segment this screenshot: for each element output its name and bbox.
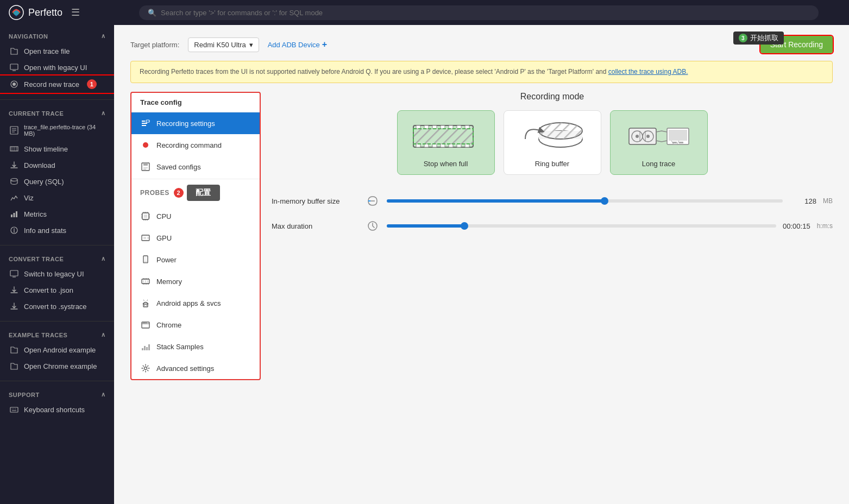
saved-configs-icon (140, 161, 151, 172)
convert-trace-collapse-icon[interactable]: ∧ (101, 255, 106, 262)
config-item-android-apps[interactable]: Android apps & svcs (131, 292, 260, 314)
sidebar-item-trace-file[interactable]: trace_file.perfetto-trace (34 MB) (0, 120, 114, 141)
config-item-advanced-settings[interactable]: Advanced settings (131, 357, 260, 379)
add-adb-button[interactable]: Add ADB Device + (268, 40, 327, 49)
mode-card-stop-when-full[interactable]: Stop when full (397, 110, 495, 175)
nav-section: Navigation ∧ Open trace file Open with l… (0, 25, 114, 97)
warning-link[interactable]: collect the trace using ADB. (608, 68, 688, 75)
main-layout: Navigation ∧ Open trace file Open with l… (0, 25, 849, 504)
perfetto-logo-icon (9, 5, 24, 20)
config-item-recording-settings[interactable]: Recording settings (131, 112, 260, 134)
sidebar-item-keyboard-shortcuts[interactable]: Keyboard shortcuts (0, 401, 114, 418)
svg-rect-71 (669, 130, 687, 141)
example-traces-collapse-icon[interactable]: ∧ (101, 331, 106, 338)
svg-rect-15 (142, 125, 146, 126)
divider-2 (0, 245, 114, 245)
mode-card-ring-buffer[interactable]: Ring buffer (504, 110, 601, 175)
sidebar-item-chrome-example[interactable]: Open Chrome example (0, 358, 114, 374)
config-item-chrome[interactable]: Chrome (131, 314, 260, 336)
divider-1 (0, 99, 114, 100)
ring-buffer-visual (511, 117, 594, 155)
menu-icon[interactable]: ☰ (71, 7, 80, 18)
convert-systrace-icon (10, 302, 18, 311)
platform-value: Redmi K50 Ultra (194, 41, 246, 49)
nav-section-header: Navigation ∧ (0, 29, 114, 43)
config-item-cpu[interactable]: CPU (131, 205, 260, 227)
sidebar-item-open-trace-file[interactable]: Open trace file (0, 43, 114, 59)
config-item-saved-configs[interactable]: Saved configs (131, 156, 260, 178)
support-section: Support ∧ Keyboard shortcuts (0, 383, 114, 422)
divider-3 (0, 321, 114, 322)
svg-point-34 (144, 323, 145, 323)
svg-rect-12 (10, 407, 18, 412)
svg-rect-24 (144, 262, 147, 263)
svg-rect-39 (148, 344, 150, 350)
sidebar-item-query-sql[interactable]: Query (SQL) (0, 173, 114, 190)
svg-point-30 (144, 305, 145, 306)
max-duration-thumb (461, 222, 468, 230)
convert-json-icon (10, 286, 18, 294)
search-bar[interactable]: 🔍 (139, 5, 819, 20)
open-legacy-ui-icon (10, 63, 18, 72)
config-item-gpu[interactable]: GPU (131, 227, 260, 249)
start-recording-wrapper: 3 开始抓取 Start Recording (760, 36, 833, 53)
chrome-label: Chrome (156, 321, 181, 329)
buffer-size-row: In-memory buffer size 128 MB (272, 193, 833, 209)
sidebar: Navigation ∧ Open trace file Open with l… (0, 25, 114, 504)
config-separator (131, 179, 260, 179)
sidebar-item-viz[interactable]: Viz (0, 190, 114, 206)
trace-config-title: Trace config (131, 93, 260, 112)
current-trace-section: Current Trace ∧ trace_file.perfetto-trac… (0, 102, 114, 243)
sidebar-item-switch-legacy[interactable]: Switch to legacy UI (0, 266, 114, 282)
android-apps-icon (140, 298, 151, 308)
power-icon (140, 254, 151, 265)
query-sql-icon (10, 177, 18, 186)
buffer-size-thumb (601, 197, 608, 205)
svg-rect-8 (14, 213, 15, 217)
nav-collapse-icon[interactable]: ∧ (101, 33, 106, 40)
support-collapse-icon[interactable]: ∧ (101, 391, 106, 398)
platform-select[interactable]: Redmi K50 Ultra ▾ (188, 37, 259, 52)
recording-command-label: Recording command (156, 141, 222, 149)
record-new-trace-icon (10, 80, 18, 89)
info-stats-icon (10, 226, 18, 235)
current-trace-collapse-icon[interactable]: ∧ (101, 110, 106, 117)
sidebar-item-download[interactable]: Download (0, 157, 114, 173)
svg-rect-16 (146, 120, 149, 122)
svg-rect-1 (10, 64, 18, 70)
sidebar-item-show-timeline[interactable]: Show timeline (0, 141, 114, 157)
config-item-memory[interactable]: Memory (131, 270, 260, 292)
sidebar-item-record-new-trace[interactable]: Record new trace 1 点击 (0, 75, 114, 93)
probe-badge: 2 (174, 188, 184, 198)
example-traces-section: Example Traces ∧ Open Android example Op… (0, 324, 114, 379)
config-item-power[interactable]: Power (131, 249, 260, 270)
svg-point-67 (636, 135, 639, 138)
sidebar-item-open-legacy-ui[interactable]: Open with legacy UI (0, 59, 114, 75)
sidebar-item-metrics[interactable]: Metrics (0, 206, 114, 222)
sidebar-item-android-example[interactable]: Open Android example (0, 342, 114, 358)
sidebar-item-info-stats[interactable]: Info and stats (0, 222, 114, 238)
mode-card-long-trace[interactable]: Long trace (610, 110, 708, 175)
svg-point-3 (12, 83, 16, 86)
metrics-icon (10, 210, 18, 218)
top-controls: Target platform: Redmi K50 Ultra ▾ Add A… (130, 36, 833, 53)
sidebar-item-convert-systrace[interactable]: Convert to .systrace (0, 298, 114, 314)
svg-point-35 (146, 323, 146, 323)
sidebar-item-convert-json[interactable]: Convert to .json (0, 282, 114, 298)
example-traces-header: Example Traces ∧ (0, 328, 114, 342)
topbar: Perfetto ☰ 🔍 (0, 0, 849, 25)
download-icon (10, 161, 18, 169)
svg-point-33 (143, 323, 143, 323)
panel: Trace config Recording settings Recordin… (130, 92, 833, 380)
platform-label: Target platform: (130, 41, 179, 49)
search-input[interactable] (161, 9, 810, 17)
config-item-stack-samples[interactable]: Stack Samples (131, 336, 260, 357)
probes-header: Probes 2 配置 (131, 180, 260, 205)
svg-rect-14 (142, 123, 147, 124)
memory-label: Memory (156, 278, 182, 286)
max-duration-value: 00:00:15 (783, 222, 810, 230)
add-adb-plus-icon: + (322, 40, 327, 49)
convert-trace-header: Convert trace ∧ (0, 252, 114, 266)
long-trace-visual (617, 117, 701, 155)
config-item-recording-command[interactable]: Recording command (131, 134, 260, 156)
